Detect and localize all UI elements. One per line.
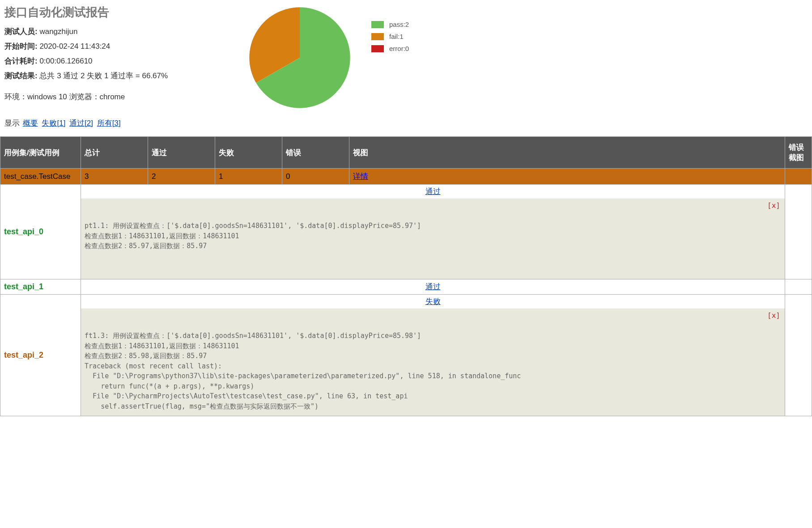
legend-label-pass: pass:2 (389, 21, 409, 28)
tester-value: wangzhijun (39, 27, 77, 36)
table-row: test_api_0通过[x]pt1.1: 用例设置检查点：['$.data[0… (0, 185, 812, 279)
results-table: 用例集/测试用例 总计 通过 失败 错误 视图 错误截图 test_case.T… (0, 136, 812, 416)
close-icon[interactable]: [x] (767, 311, 780, 320)
legend-label-error: error:0 (389, 45, 409, 52)
tester-label: 测试人员: (4, 27, 38, 36)
th-fail: 失败 (215, 137, 282, 169)
case-detail-pane-2: [x]ft1.3: 用例设置检查点：['$.data[0].goodsSn=14… (81, 308, 785, 416)
suite-row: test_case.TestCase3210详情 (0, 169, 812, 185)
suite-screenshot-cell (785, 169, 812, 185)
suite-error: 0 (282, 169, 349, 185)
env-line: 环境：windows 10 浏览器：chrome (4, 92, 228, 102)
result-label: 测试结果: (4, 72, 38, 80)
th-view: 视图 (349, 137, 785, 169)
legend-swatch-fail (371, 33, 384, 40)
result-value: 总共 3 通过 2 失败 1 通过率 = 66.67% (39, 72, 168, 80)
start-label: 开始时间: (4, 42, 38, 51)
th-error: 错误 (282, 137, 349, 169)
legend-item-error: error:0 (371, 45, 488, 52)
case-main-1: 通过 (81, 279, 785, 295)
duration-value: 0:00:06.126610 (39, 57, 92, 65)
filter-all-link[interactable]: 所有[3] (97, 119, 121, 127)
case-name-1: test_api_1 (0, 279, 81, 295)
duration-label: 合计耗时: (4, 57, 38, 65)
case-status-link-1[interactable]: 通过 (81, 280, 785, 294)
page-title: 接口自动化测试报告 (4, 4, 228, 20)
th-suite: 用例集/测试用例 (0, 137, 81, 169)
suite-fail: 1 (215, 169, 282, 185)
suite-detail-link[interactable]: 详情 (353, 172, 368, 181)
filter-summary-link[interactable]: 概要 (23, 119, 38, 127)
case-screenshot-1 (785, 279, 812, 295)
legend-item-pass: pass:2 (371, 21, 488, 28)
table-row: test_api_2失败[x]ft1.3: 用例设置检查点：['$.data[0… (0, 295, 812, 416)
result-pie-chart (248, 6, 351, 109)
th-total: 总计 (81, 137, 148, 169)
results-tbody: test_case.TestCase3210详情test_api_0通过[x]p… (0, 169, 812, 416)
suite-total: 3 (81, 169, 148, 185)
filter-prefix: 显示 (4, 119, 20, 127)
case-main-2: 失败[x]ft1.3: 用例设置检查点：['$.data[0].goodsSn=… (81, 295, 785, 416)
case-status-link-2[interactable]: 失败 (81, 295, 785, 308)
case-log-2: ft1.3: 用例设置检查点：['$.data[0].goodsSn=14863… (85, 331, 781, 411)
legend-swatch-pass (371, 21, 384, 28)
case-main-0: 通过[x]pt1.1: 用例设置检查点：['$.data[0].goodsSn=… (81, 185, 785, 279)
case-screenshot-0 (785, 185, 812, 279)
case-status-link-0[interactable]: 通过 (81, 185, 785, 199)
table-row: test_api_1通过 (0, 279, 812, 295)
filter-pass-link[interactable]: 通过[2] (69, 119, 93, 127)
start-value: 2020-02-24 11:43:24 (39, 42, 110, 51)
chart-legend: pass:2fail:1error:0 (371, 4, 488, 57)
legend-label-fail: fail:1 (389, 33, 404, 40)
th-pass: 通过 (148, 137, 215, 169)
close-icon[interactable]: [x] (767, 201, 780, 210)
suite-pass: 2 (148, 169, 215, 185)
filter-fail-link[interactable]: 失败[1] (42, 119, 65, 127)
legend-swatch-error (371, 45, 384, 52)
suite-name: test_case.TestCase (0, 169, 81, 185)
case-screenshot-2 (785, 295, 812, 416)
legend-item-fail: fail:1 (371, 33, 488, 40)
th-screenshot: 错误截图 (785, 137, 812, 169)
suite-view-cell: 详情 (349, 169, 785, 185)
case-detail-pane-0: [x]pt1.1: 用例设置检查点：['$.data[0].goodsSn=14… (81, 199, 785, 279)
case-name-0: test_api_0 (0, 185, 81, 279)
case-name-2: test_api_2 (0, 295, 81, 416)
case-log-0: pt1.1: 用例设置检查点：['$.data[0].goodsSn=14863… (85, 221, 781, 251)
